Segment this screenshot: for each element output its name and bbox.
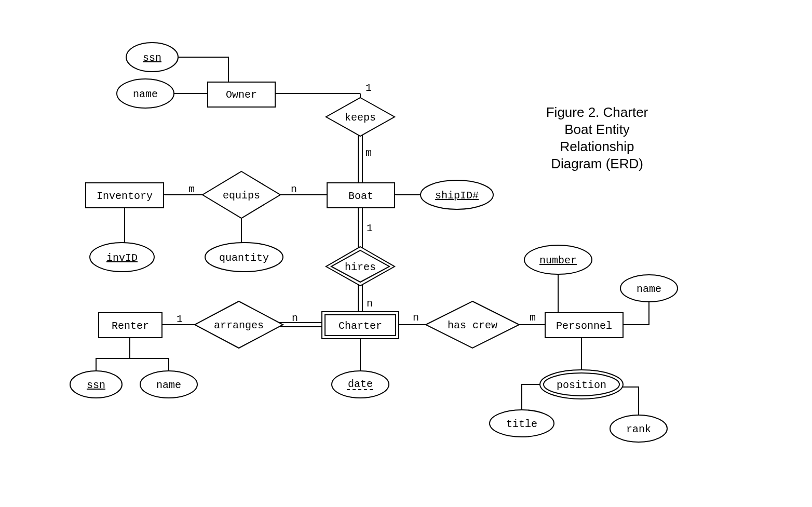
attribute-inventory-invid: invID bbox=[90, 243, 154, 272]
attribute-position-rank: rank bbox=[610, 415, 667, 442]
entity-charter: Charter bbox=[322, 312, 399, 339]
attribute-renter-name: name bbox=[140, 371, 197, 398]
relationship-has-crew-label: has crew bbox=[448, 319, 497, 331]
entity-personnel-label: Personnel bbox=[556, 320, 612, 332]
entity-charter-label: Charter bbox=[339, 320, 382, 332]
attribute-boat-shipid: shipID# bbox=[421, 180, 493, 209]
attribute-equips-quantity: quantity bbox=[205, 243, 283, 272]
cardinality-hascrew-n: n bbox=[413, 312, 419, 324]
attribute-charter-date-label: date bbox=[348, 378, 373, 390]
attribute-personnel-name: name bbox=[620, 275, 678, 302]
entity-owner: Owner bbox=[208, 82, 275, 107]
relationship-equips-label: equips bbox=[223, 190, 260, 202]
entity-inventory: Inventory bbox=[86, 183, 164, 208]
attribute-personnel-position-label: position bbox=[557, 379, 606, 391]
attribute-owner-name: name bbox=[117, 79, 174, 108]
attribute-personnel-number-label: number bbox=[539, 255, 577, 266]
relationship-arranges: arranges bbox=[195, 301, 283, 348]
attribute-personnel-name-label: name bbox=[637, 283, 661, 295]
relationship-hires: hires bbox=[326, 247, 395, 286]
attribute-equips-quantity-label: quantity bbox=[219, 252, 269, 264]
entity-boat-label: Boat bbox=[348, 190, 373, 202]
erd-diagram: Owner Inventory Boat Renter Charter Pers… bbox=[0, 0, 812, 507]
entity-owner-label: Owner bbox=[226, 89, 257, 101]
entity-renter-label: Renter bbox=[112, 320, 149, 332]
attribute-position-title: title bbox=[490, 410, 554, 437]
cardinality-arranges-1: 1 bbox=[177, 313, 183, 325]
attribute-owner-ssn-label: ssn bbox=[143, 52, 161, 64]
figure-title-line-2: Boat Entity bbox=[564, 122, 630, 137]
relationship-has-crew: has crew bbox=[426, 301, 519, 348]
cardinality-keeps-m: m bbox=[366, 147, 372, 159]
relationship-keeps-label: keeps bbox=[345, 112, 376, 124]
attribute-renter-ssn: ssn bbox=[70, 371, 122, 398]
attribute-position-rank-label: rank bbox=[626, 423, 651, 435]
cardinality-hascrew-m: m bbox=[530, 312, 536, 324]
figure-title-line-4: Diagram (ERD) bbox=[551, 156, 643, 171]
relationship-arranges-label: arranges bbox=[214, 319, 264, 331]
cardinality-keeps-1: 1 bbox=[366, 82, 372, 94]
attribute-renter-name-label: name bbox=[156, 379, 181, 391]
attribute-personnel-position: position bbox=[540, 370, 623, 399]
attribute-charter-date: date bbox=[332, 371, 389, 398]
entity-inventory-label: Inventory bbox=[97, 190, 153, 202]
attribute-inventory-invid-label: invID bbox=[106, 252, 138, 264]
relationship-keeps: keeps bbox=[326, 98, 395, 136]
figure-title-line-3: Relationship bbox=[560, 139, 634, 154]
cardinality-hires-1: 1 bbox=[367, 222, 373, 234]
attribute-position-title-label: title bbox=[506, 418, 537, 430]
entity-renter: Renter bbox=[99, 313, 162, 338]
relationship-equips: equips bbox=[202, 171, 280, 218]
cardinality-equips-m: m bbox=[188, 183, 195, 195]
entity-personnel: Personnel bbox=[545, 313, 623, 338]
attribute-owner-name-label: name bbox=[133, 88, 158, 100]
attribute-owner-ssn: ssn bbox=[126, 43, 178, 72]
figure-title-line-1: Figure 2. Charter bbox=[546, 104, 648, 120]
entity-boat: Boat bbox=[327, 183, 395, 208]
cardinality-hires-n: n bbox=[367, 298, 373, 310]
cardinality-equips-n: n bbox=[291, 183, 297, 195]
relationship-hires-label: hires bbox=[345, 261, 376, 273]
figure-title: Figure 2. Charter Boat Entity Relationsh… bbox=[546, 104, 648, 171]
attribute-renter-ssn-label: ssn bbox=[87, 379, 105, 391]
attribute-boat-shipid-label: shipID# bbox=[435, 190, 479, 202]
cardinality-arranges-n: n bbox=[292, 312, 298, 324]
attribute-personnel-number: number bbox=[524, 245, 592, 274]
